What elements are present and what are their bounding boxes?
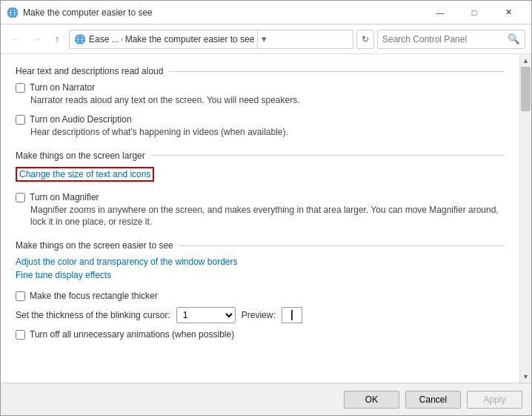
cursor-thickness-select[interactable]: 1 2 3 4 5: [176, 307, 236, 323]
breadcrumb-prefix: Ease ...: [89, 34, 119, 44]
breadcrumb-current: Make the computer easier to see: [125, 34, 255, 44]
narrator-row: Turn on Narrator: [16, 82, 505, 93]
breadcrumb: Ease ... › Make the computer easier to s…: [89, 34, 254, 44]
maximize-button[interactable]: □: [457, 1, 491, 24]
narrator-checkbox[interactable]: [16, 83, 25, 93]
hear-text-section: Hear text and descriptions read aloud Tu…: [16, 66, 505, 139]
easier-to-see-section: Make things on the screen easier to see …: [16, 240, 505, 340]
footer: OK Cancel Apply: [1, 383, 531, 415]
make-larger-section: Make things on the screen larger Change …: [16, 151, 505, 229]
refresh-button[interactable]: ↻: [356, 30, 374, 49]
apply-button[interactable]: Apply: [467, 391, 522, 409]
address-bar: Ease ... › Make the computer easier to s…: [69, 30, 353, 49]
hear-text-title: Hear text and descriptions read aloud: [16, 66, 505, 76]
search-input[interactable]: [382, 34, 505, 44]
search-box: 🔍: [377, 30, 525, 49]
focus-rect-checkbox[interactable]: [16, 291, 25, 301]
cancel-button[interactable]: Cancel: [405, 391, 461, 409]
minimize-button[interactable]: —: [423, 1, 457, 24]
narrator-description: Narrator reads aloud any text on the scr…: [30, 94, 505, 107]
magnifier-row: Turn on Magnifier: [16, 192, 505, 202]
audio-description-description: Hear descriptions of what's happening in…: [30, 126, 505, 139]
main-content: Hear text and descriptions read aloud Tu…: [1, 54, 519, 383]
address-globe-icon: [74, 33, 86, 45]
window: Make the computer easier to see — □ ✕ ← …: [0, 0, 532, 416]
audio-description-label: Turn on Audio Description: [30, 114, 132, 125]
window-icon: [7, 7, 19, 19]
focus-rect-label: Make the focus rectangle thicker: [30, 291, 158, 301]
forward-button[interactable]: →: [27, 30, 45, 48]
scroll-down-arrow[interactable]: ▼: [520, 370, 532, 383]
close-button[interactable]: ✕: [491, 1, 525, 24]
scroll-track[interactable]: [520, 67, 531, 370]
audio-description-checkbox[interactable]: [16, 115, 25, 125]
easier-to-see-title: Make things on the screen easier to see: [16, 240, 505, 251]
magnifier-label: Turn on Magnifier: [30, 192, 99, 202]
animations-row: Turn off all unnecessary animations (whe…: [16, 329, 505, 340]
focus-rect-row: Make the focus rectangle thicker: [16, 291, 505, 301]
cursor-preview-box: [282, 307, 302, 323]
ok-button[interactable]: OK: [344, 391, 399, 409]
scroll-up-arrow[interactable]: ▲: [520, 54, 532, 67]
display-effects-link[interactable]: Fine tune display effects: [16, 270, 111, 280]
content-area: Hear text and descriptions read aloud Tu…: [1, 54, 531, 383]
nav-bar: ← → ↑ Ease ... › Make the computer easie…: [1, 24, 531, 54]
title-bar-left: Make the computer easier to see: [7, 7, 153, 19]
cursor-preview-cursor: [291, 310, 293, 320]
up-button[interactable]: ↑: [48, 30, 66, 48]
back-button[interactable]: ←: [7, 30, 24, 48]
magnifier-description: Magnifier zooms in anywhere on the scree…: [30, 204, 505, 229]
audio-description-row: Turn on Audio Description: [16, 114, 505, 125]
window-title: Make the computer easier to see: [23, 7, 153, 18]
address-dropdown-button[interactable]: ▾: [257, 30, 270, 49]
scroll-thumb[interactable]: [521, 67, 531, 111]
cursor-thickness-row: Set the thickness of the blinking cursor…: [16, 307, 505, 323]
animations-checkbox[interactable]: [16, 330, 25, 340]
preview-label: Preview:: [242, 310, 276, 320]
scrollbar[interactable]: ▲ ▼: [519, 54, 531, 383]
links-section: Adjust the color and transparency of the…: [16, 257, 505, 283]
animations-label: Turn off all unnecessary animations (whe…: [30, 329, 234, 340]
change-size-link[interactable]: Change the size of text and icons: [16, 167, 154, 182]
title-bar: Make the computer easier to see — □ ✕: [1, 1, 531, 24]
make-larger-title: Make things on the screen larger: [16, 151, 505, 161]
title-bar-controls: — □ ✕: [423, 1, 525, 24]
change-size-link-section: Change the size of text and icons: [16, 167, 505, 185]
search-button[interactable]: 🔍: [508, 33, 520, 44]
magnifier-checkbox[interactable]: [16, 193, 25, 202]
cursor-label: Set the thickness of the blinking cursor…: [16, 310, 170, 320]
narrator-label: Turn on Narrator: [30, 82, 95, 93]
breadcrumb-separator: ›: [121, 34, 124, 44]
color-transparency-link[interactable]: Adjust the color and transparency of the…: [16, 257, 238, 267]
